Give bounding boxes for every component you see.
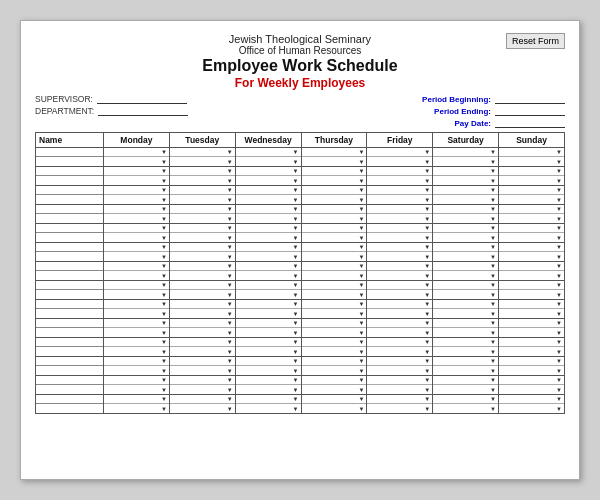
day-cell[interactable]: ▼ ▼ (499, 357, 565, 376)
dropdown-arrow-top[interactable]: ▼ (161, 358, 167, 364)
dropdown-arrow-top[interactable]: ▼ (424, 396, 430, 402)
name-cell[interactable] (36, 338, 104, 357)
dropdown-arrow-bottom[interactable]: ▼ (293, 197, 299, 203)
dropdown-arrow-top[interactable]: ▼ (424, 168, 430, 174)
dropdown-arrow-bottom[interactable]: ▼ (556, 292, 562, 298)
dropdown-arrow-bottom[interactable]: ▼ (161, 216, 167, 222)
dropdown-arrow-top[interactable]: ▼ (227, 244, 233, 250)
day-cell[interactable]: ▼ ▼ (301, 262, 367, 281)
dropdown-arrow-bottom[interactable]: ▼ (424, 216, 430, 222)
day-cell[interactable]: ▼ ▼ (301, 338, 367, 357)
dropdown-arrow-bottom[interactable]: ▼ (424, 349, 430, 355)
name-cell[interactable] (36, 224, 104, 243)
dropdown-arrow-top[interactable]: ▼ (161, 187, 167, 193)
dropdown-arrow-bottom[interactable]: ▼ (490, 159, 496, 165)
dropdown-arrow-bottom[interactable]: ▼ (358, 178, 364, 184)
name-cell[interactable] (36, 319, 104, 338)
dropdown-arrow-top[interactable]: ▼ (556, 377, 562, 383)
day-cell[interactable]: ▼ ▼ (367, 300, 433, 319)
day-cell[interactable]: ▼ ▼ (499, 167, 565, 186)
dropdown-arrow-top[interactable]: ▼ (227, 168, 233, 174)
dropdown-arrow-bottom[interactable]: ▼ (293, 368, 299, 374)
dropdown-arrow-top[interactable]: ▼ (161, 244, 167, 250)
dropdown-arrow-top[interactable]: ▼ (490, 149, 496, 155)
dropdown-arrow-top[interactable]: ▼ (358, 225, 364, 231)
day-cell[interactable]: ▼ ▼ (235, 338, 301, 357)
day-cell[interactable]: ▼ ▼ (301, 376, 367, 395)
dropdown-arrow-bottom[interactable]: ▼ (424, 178, 430, 184)
dropdown-arrow-top[interactable]: ▼ (556, 358, 562, 364)
day-cell[interactable]: ▼ ▼ (169, 186, 235, 205)
day-cell[interactable]: ▼ ▼ (169, 148, 235, 167)
name-cell[interactable] (36, 281, 104, 300)
dropdown-arrow-bottom[interactable]: ▼ (424, 197, 430, 203)
dropdown-arrow-top[interactable]: ▼ (556, 187, 562, 193)
dropdown-arrow-bottom[interactable]: ▼ (358, 273, 364, 279)
dropdown-arrow-top[interactable]: ▼ (490, 358, 496, 364)
dropdown-arrow-top[interactable]: ▼ (556, 396, 562, 402)
dropdown-arrow-bottom[interactable]: ▼ (227, 292, 233, 298)
dropdown-arrow-bottom[interactable]: ▼ (161, 178, 167, 184)
dropdown-arrow-top[interactable]: ▼ (293, 206, 299, 212)
dropdown-arrow-top[interactable]: ▼ (161, 377, 167, 383)
day-cell[interactable]: ▼ ▼ (235, 148, 301, 167)
dropdown-arrow-top[interactable]: ▼ (490, 244, 496, 250)
dropdown-arrow-top[interactable]: ▼ (161, 168, 167, 174)
dropdown-arrow-bottom[interactable]: ▼ (293, 273, 299, 279)
dropdown-arrow-top[interactable]: ▼ (358, 168, 364, 174)
dropdown-arrow-bottom[interactable]: ▼ (358, 292, 364, 298)
dropdown-arrow-bottom[interactable]: ▼ (490, 254, 496, 260)
dropdown-arrow-top[interactable]: ▼ (556, 225, 562, 231)
dropdown-arrow-bottom[interactable]: ▼ (227, 330, 233, 336)
day-cell[interactable]: ▼ ▼ (301, 319, 367, 338)
dropdown-arrow-bottom[interactable]: ▼ (490, 178, 496, 184)
day-cell[interactable]: ▼ ▼ (433, 205, 499, 224)
dropdown-arrow-bottom[interactable]: ▼ (358, 254, 364, 260)
dropdown-arrow-bottom[interactable]: ▼ (227, 235, 233, 241)
dropdown-arrow-top[interactable]: ▼ (161, 206, 167, 212)
day-cell[interactable]: ▼ ▼ (235, 262, 301, 281)
dropdown-arrow-top[interactable]: ▼ (293, 187, 299, 193)
dropdown-arrow-top[interactable]: ▼ (358, 149, 364, 155)
dropdown-arrow-top[interactable]: ▼ (424, 301, 430, 307)
name-cell[interactable] (36, 186, 104, 205)
dropdown-arrow-bottom[interactable]: ▼ (161, 406, 167, 412)
dropdown-arrow-bottom[interactable]: ▼ (556, 311, 562, 317)
name-cell[interactable] (36, 148, 104, 167)
dropdown-arrow-top[interactable]: ▼ (161, 263, 167, 269)
dropdown-arrow-bottom[interactable]: ▼ (227, 197, 233, 203)
dropdown-arrow-bottom[interactable]: ▼ (490, 197, 496, 203)
dropdown-arrow-bottom[interactable]: ▼ (293, 330, 299, 336)
day-cell[interactable]: ▼ ▼ (235, 300, 301, 319)
pay-date-field[interactable] (495, 118, 565, 128)
dropdown-arrow-top[interactable]: ▼ (293, 396, 299, 402)
dropdown-arrow-bottom[interactable]: ▼ (293, 178, 299, 184)
day-cell[interactable]: ▼ ▼ (104, 281, 170, 300)
dropdown-arrow-top[interactable]: ▼ (227, 282, 233, 288)
day-cell[interactable]: ▼ ▼ (433, 186, 499, 205)
dropdown-arrow-top[interactable]: ▼ (161, 339, 167, 345)
dropdown-arrow-top[interactable]: ▼ (490, 206, 496, 212)
dropdown-arrow-bottom[interactable]: ▼ (293, 235, 299, 241)
name-cell[interactable] (36, 262, 104, 281)
day-cell[interactable]: ▼ ▼ (104, 186, 170, 205)
dropdown-arrow-bottom[interactable]: ▼ (424, 235, 430, 241)
dropdown-arrow-bottom[interactable]: ▼ (358, 387, 364, 393)
dropdown-arrow-bottom[interactable]: ▼ (358, 368, 364, 374)
dropdown-arrow-top[interactable]: ▼ (227, 339, 233, 345)
day-cell[interactable]: ▼ ▼ (433, 319, 499, 338)
dropdown-arrow-bottom[interactable]: ▼ (490, 387, 496, 393)
dropdown-arrow-bottom[interactable]: ▼ (424, 159, 430, 165)
dropdown-arrow-bottom[interactable]: ▼ (556, 197, 562, 203)
dropdown-arrow-top[interactable]: ▼ (490, 282, 496, 288)
day-cell[interactable]: ▼ ▼ (367, 186, 433, 205)
dropdown-arrow-top[interactable]: ▼ (161, 149, 167, 155)
period-ending-field[interactable] (495, 106, 565, 116)
day-cell[interactable]: ▼ ▼ (367, 395, 433, 414)
dropdown-arrow-bottom[interactable]: ▼ (227, 254, 233, 260)
day-cell[interactable]: ▼ ▼ (104, 262, 170, 281)
day-cell[interactable]: ▼ ▼ (367, 167, 433, 186)
dropdown-arrow-bottom[interactable]: ▼ (556, 406, 562, 412)
dropdown-arrow-top[interactable]: ▼ (556, 244, 562, 250)
dropdown-arrow-bottom[interactable]: ▼ (161, 292, 167, 298)
